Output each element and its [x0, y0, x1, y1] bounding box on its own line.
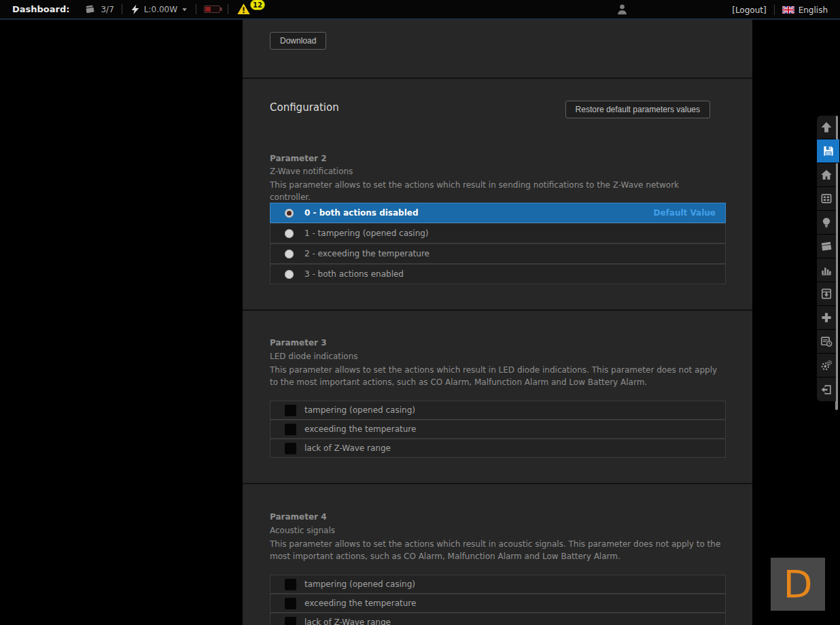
devices-status[interactable]: 3/7: [84, 3, 113, 16]
power-value: L:0.00W: [144, 5, 177, 14]
parameter3-options: tampering (opened casing) exceeding the …: [270, 401, 726, 458]
battery-icon[interactable]: [204, 5, 220, 13]
checkbox-option[interactable]: tampering (opened casing): [270, 401, 726, 420]
sidebar-item-exit[interactable]: [817, 377, 836, 401]
save-icon: [822, 144, 835, 158]
warning-icon: [236, 2, 251, 16]
divider: [196, 4, 196, 14]
logout-link[interactable]: [Logout]: [732, 5, 766, 15]
settings-gears-icon: [820, 358, 833, 372]
divider: [228, 4, 228, 14]
parameter3-description: This parameter allows to set the actions…: [270, 364, 722, 388]
person-icon: [616, 3, 629, 16]
device-config-panel: Download Configuration Restore default p…: [243, 20, 752, 625]
divider: [774, 5, 775, 15]
top-status-bar: Dashboard: 3/7 L:0.00W: [0, 0, 840, 20]
checkbox-icon[interactable]: [285, 579, 296, 590]
lamp-icon: [820, 216, 833, 229]
chevron-down-icon[interactable]: [181, 6, 188, 13]
configuration-heading: Configuration: [270, 101, 339, 114]
checkbox-icon[interactable]: [285, 598, 296, 609]
parameter2-title: Parameter 2: [270, 154, 327, 163]
sidebar-item-settings[interactable]: [817, 354, 836, 377]
checkbox-icon[interactable]: [285, 443, 296, 454]
sidebar-item-home[interactable]: [817, 163, 836, 187]
sidebar-item-save[interactable]: [817, 139, 839, 163]
exit-icon: [820, 383, 833, 396]
radio-icon[interactable]: [285, 270, 294, 279]
radio-checked-icon[interactable]: [285, 209, 294, 218]
parameter3-title: Parameter 3: [270, 338, 327, 348]
checkbox-option[interactable]: lack of Z-Wave range: [270, 439, 726, 458]
sidebar-item-schedule[interactable]: [817, 330, 836, 354]
user-menu[interactable]: [616, 3, 629, 19]
section-divider: [243, 483, 752, 484]
parameter4-description: This parameter allows to set the actions…: [270, 538, 722, 562]
devices-count: 3/7: [101, 5, 113, 14]
logo-letter: D: [783, 565, 812, 603]
parameter2-options: 0 - both actions disabled Default Value …: [270, 203, 726, 284]
stats-icon: [820, 263, 833, 277]
lightning-icon: [130, 3, 141, 16]
divider: [122, 4, 122, 14]
radio-icon[interactable]: [285, 229, 294, 238]
radio-option-0[interactable]: 0 - both actions disabled Default Value: [270, 203, 726, 223]
section-divider: [243, 309, 752, 311]
section-divider: [243, 78, 752, 79]
scenes-icon: [820, 239, 833, 253]
checkbox-option[interactable]: exceeding the temperature: [270, 420, 726, 439]
sidebar-item-backup[interactable]: [817, 282, 836, 306]
schedule-icon: [820, 335, 833, 348]
sidebar-item-lamp[interactable]: [817, 211, 836, 235]
radio-icon[interactable]: [285, 250, 294, 258]
language-label: English: [799, 5, 828, 15]
right-toolbar: [817, 116, 836, 401]
parameter2-subtitle: Z-Wave notifications: [270, 167, 353, 176]
checkbox-icon[interactable]: [285, 405, 296, 416]
devices-icon: [84, 3, 97, 16]
sidebar-item-scenes[interactable]: [817, 235, 836, 258]
parameter4-options: tampering (opened casing) exceeding the …: [270, 575, 726, 625]
download-button[interactable]: Download: [270, 32, 326, 50]
checkbox-option[interactable]: tampering (opened casing): [270, 575, 726, 594]
app-logo: D: [771, 558, 825, 611]
backup-icon: [820, 287, 833, 301]
parameter4-title: Parameter 4: [270, 512, 327, 522]
dashboard-title: Dashboard:: [12, 4, 69, 14]
sidebar-item-stats[interactable]: [817, 258, 836, 282]
home-icon: [820, 168, 833, 182]
parameter2-description: This parameter allows to set the actions…: [270, 179, 722, 203]
checkbox-icon[interactable]: [285, 617, 296, 625]
sidebar-item-plugins[interactable]: [817, 306, 836, 330]
parameter4-subtitle: Acoustic signals: [270, 526, 335, 535]
default-value-label: Default Value: [653, 208, 716, 218]
restore-defaults-button[interactable]: Restore default parameters values: [565, 101, 710, 118]
uk-flag-icon: [782, 6, 794, 14]
checkbox-icon[interactable]: [285, 424, 296, 435]
alerts-count-badge: 12: [250, 0, 265, 10]
language-selector[interactable]: English: [782, 5, 828, 15]
sidebar-item-panel[interactable]: [817, 187, 836, 211]
checkbox-option[interactable]: exceeding the temperature: [270, 594, 726, 613]
radio-option-3[interactable]: 3 - both actions enabled: [270, 264, 726, 284]
checkbox-option[interactable]: lack of Z-Wave range: [270, 613, 726, 625]
power-status[interactable]: L:0.00W: [130, 3, 188, 16]
sidebar-item-arrow-up[interactable]: [817, 116, 836, 139]
radio-option-1[interactable]: 1 - tampering (opened casing): [270, 223, 726, 243]
arrow-up-icon: [820, 120, 833, 134]
alerts-indicator[interactable]: 12: [236, 2, 265, 16]
radio-option-2[interactable]: 2 - exceeding the temperature: [270, 243, 726, 264]
plugins-icon: [820, 311, 833, 324]
panel-icon: [820, 192, 833, 205]
parameter3-subtitle: LED diode indications: [270, 352, 358, 361]
